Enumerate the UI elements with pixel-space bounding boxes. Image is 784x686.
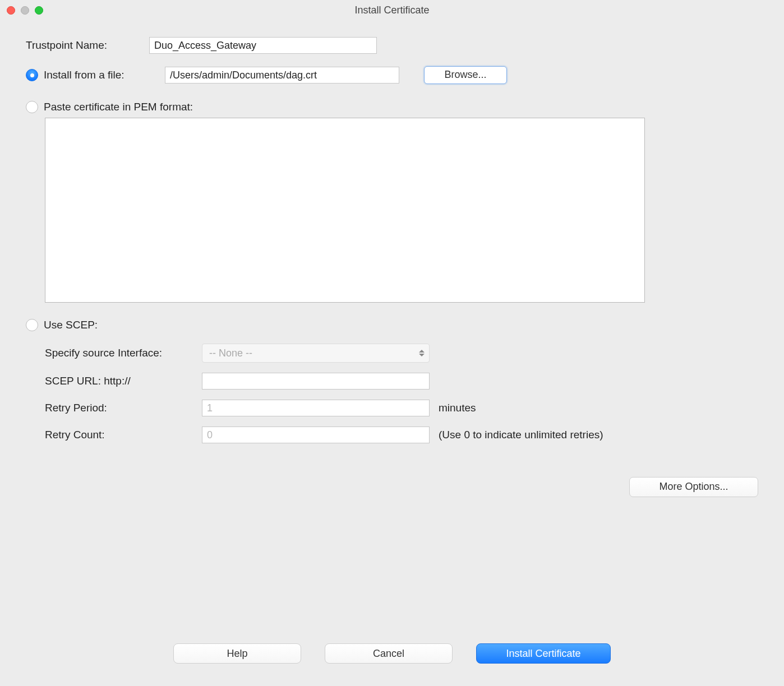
install-certificate-window: Install Certificate Trustpoint Name: Ins… <box>0 0 784 686</box>
dialog-body: Trustpoint Name: Install from a file: Br… <box>0 20 784 497</box>
scep-fields: Specify source Interface: -- None -- SCE… <box>45 344 758 443</box>
retry-period-label: Retry Period: <box>45 402 202 414</box>
paste-pem-label: Paste certificate in PEM format: <box>44 101 193 113</box>
scep-source-interface-label: Specify source Interface: <box>45 347 202 359</box>
file-path-input[interactable] <box>165 67 399 84</box>
cancel-button[interactable]: Cancel <box>325 643 453 664</box>
trustpoint-label: Trustpoint Name: <box>26 39 149 52</box>
install-certificate-button[interactable]: Install Certificate <box>476 643 611 664</box>
retry-period-row: Retry Period: minutes <box>45 400 758 416</box>
retry-count-input[interactable] <box>202 427 430 443</box>
more-options-row: More Options... <box>26 477 758 497</box>
use-scep-label: Use SCEP: <box>44 319 98 331</box>
pem-textarea[interactable] <box>45 118 645 303</box>
use-scep-section: Use SCEP: Specify source Interface: -- N… <box>26 319 758 443</box>
install-from-file-label: Install from a file: <box>44 69 124 81</box>
retry-count-row: Retry Count: (Use 0 to indicate unlimite… <box>45 427 758 443</box>
scep-source-interface-row: Specify source Interface: -- None -- <box>45 344 758 363</box>
maximize-icon[interactable] <box>35 6 43 15</box>
footer-buttons: Help Cancel Install Certificate <box>0 643 784 664</box>
retry-count-suffix: (Use 0 to indicate unlimited retries) <box>439 429 603 441</box>
install-from-file-row: Install from a file: Browse... <box>26 66 758 84</box>
trustpoint-row: Trustpoint Name: <box>26 37 758 54</box>
retry-period-suffix: minutes <box>439 402 476 414</box>
scep-url-label: SCEP URL: http:// <box>45 375 202 387</box>
scep-source-interface-value: -- None -- <box>209 347 252 359</box>
chevron-updown-icon <box>419 350 425 356</box>
paste-pem-radio[interactable] <box>26 101 38 113</box>
browse-button[interactable]: Browse... <box>424 66 507 84</box>
retry-count-label: Retry Count: <box>45 429 202 441</box>
trustpoint-name-input[interactable] <box>149 37 377 54</box>
titlebar: Install Certificate <box>0 0 784 20</box>
use-scep-radio[interactable] <box>26 319 38 331</box>
window-controls <box>7 6 43 15</box>
scep-url-input[interactable] <box>202 373 430 390</box>
scep-source-interface-select[interactable]: -- None -- <box>202 344 430 363</box>
help-button[interactable]: Help <box>173 643 301 664</box>
paste-pem-section: Paste certificate in PEM format: <box>26 101 758 319</box>
more-options-button[interactable]: More Options... <box>629 477 758 497</box>
scep-url-row: SCEP URL: http:// <box>45 373 758 390</box>
close-icon[interactable] <box>7 6 15 15</box>
window-title: Install Certificate <box>0 4 784 16</box>
minimize-icon[interactable] <box>21 6 29 15</box>
retry-period-input[interactable] <box>202 400 430 416</box>
install-from-file-radio[interactable] <box>26 69 38 81</box>
